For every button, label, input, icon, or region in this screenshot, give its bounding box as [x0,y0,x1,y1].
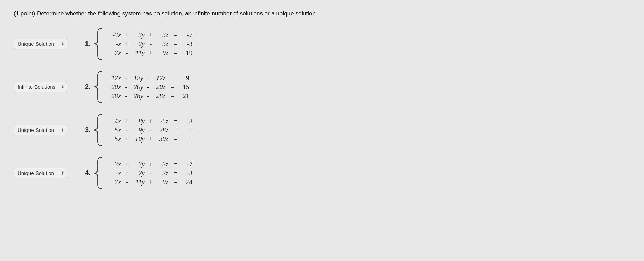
equation-table-3: 4x+8y+25z=8-5x-9y-28z=15x+10y+30z=1 [106,117,194,144]
solution-select-2[interactable]: Unique SolutionInfinite SolutionsNo Solu… [14,82,67,92]
left-brace-icon [93,157,104,189]
equation-table-1: -3x+3y+3z=-7-x+2y-3z=-37x-11y+9z=19 [106,31,194,58]
select-container-4: Unique SolutionInfinite SolutionsNo Solu… [14,168,67,178]
equation-table-4: -3x+3y+3z=-7-x+2y-3z=-37x-11y+9z=24 [106,160,194,187]
problem-number-2: 2. [80,83,90,91]
dropdown-wrapper-1: Unique SolutionInfinite SolutionsNo Solu… [14,39,76,49]
select-container-1: Unique SolutionInfinite SolutionsNo Solu… [14,39,67,49]
equation-table-2: 12x-12y-12z=920x-20y-20z=1528x-28y-28z=2… [106,74,191,101]
problem-row-4: Unique SolutionInfinite SolutionsNo Solu… [14,157,393,189]
problem-number-3: 3. [80,126,90,134]
dropdown-wrapper-3: Unique SolutionInfinite SolutionsNo Solu… [14,125,76,135]
problems-container: Unique SolutionInfinite SolutionsNo Solu… [14,28,393,189]
problem-row-1: Unique SolutionInfinite SolutionsNo Solu… [14,28,393,60]
select-container-3: Unique SolutionInfinite SolutionsNo Solu… [14,125,67,135]
left-brace-icon [93,114,104,146]
problem-number-1: 1. [80,40,90,48]
problem-number-4: 4. [80,169,90,177]
dropdown-wrapper-2: Unique SolutionInfinite SolutionsNo Solu… [14,82,76,92]
question-text: (1 point) Determine whether the followin… [14,10,393,17]
brace-system-1: -3x+3y+3z=-7-x+2y-3z=-37x-11y+9z=19 [93,28,194,60]
select-container-2: Unique SolutionInfinite SolutionsNo Solu… [14,82,67,92]
left-brace-icon [93,71,104,103]
brace-system-2: 12x-12y-12z=920x-20y-20z=1528x-28y-28z=2… [93,71,191,103]
solution-select-4[interactable]: Unique SolutionInfinite SolutionsNo Solu… [14,168,67,178]
problem-row-3: Unique SolutionInfinite SolutionsNo Solu… [14,114,393,146]
brace-system-4: -3x+3y+3z=-7-x+2y-3z=-37x-11y+9z=24 [93,157,194,189]
solution-select-1[interactable]: Unique SolutionInfinite SolutionsNo Solu… [14,39,67,49]
left-brace-icon [93,28,104,60]
solution-select-3[interactable]: Unique SolutionInfinite SolutionsNo Solu… [14,125,67,135]
brace-system-3: 4x+8y+25z=8-5x-9y-28z=15x+10y+30z=1 [93,114,194,146]
page-content: (1 point) Determine whether the followin… [14,10,393,189]
problem-row-2: Unique SolutionInfinite SolutionsNo Solu… [14,71,393,103]
dropdown-wrapper-4: Unique SolutionInfinite SolutionsNo Solu… [14,168,76,178]
